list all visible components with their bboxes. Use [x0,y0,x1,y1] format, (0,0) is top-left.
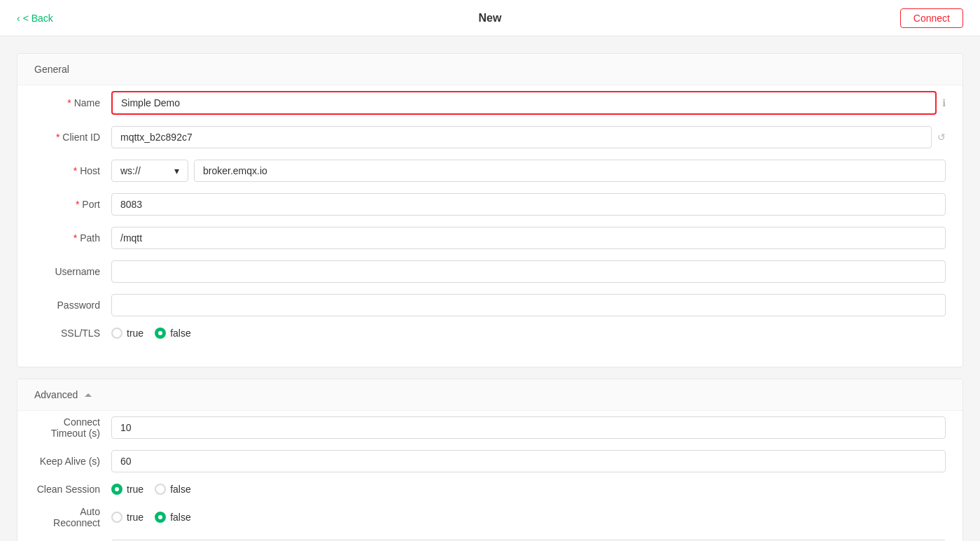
ssl-tls-false-radio[interactable] [155,328,166,339]
port-input[interactable] [111,193,946,216]
path-input[interactable] [111,227,946,249]
auto-reconnect-label: Auto Reconnect [34,506,111,528]
host-row: Host ws:// ▾ [34,160,946,182]
clean-session-false-label: false [170,484,191,495]
name-control: ℹ [111,91,946,115]
client-id-row: Client ID ↺ [34,126,946,148]
main-content: General Name ℹ Client ID ↺ [0,36,980,541]
ssl-tls-true-radio[interactable] [111,328,122,339]
host-row-inner: ws:// ▾ [111,160,946,182]
client-id-control: ↺ [111,126,946,148]
ssl-tls-radio-group: true false [111,328,191,339]
keep-alive-label: Keep Alive (s) [34,456,111,467]
ssl-tls-false-label: false [170,328,191,339]
ssl-tls-true-option[interactable]: true [111,328,144,339]
username-input[interactable] [111,260,946,283]
page-title: New [479,12,502,24]
name-label: Name [34,97,111,108]
header: ‹ < Back New Connect [0,0,980,36]
general-section: General Name ℹ Client ID ↺ [17,53,963,367]
back-button[interactable]: ‹ < Back [17,13,53,24]
back-arrow-icon: ‹ [17,13,20,24]
auto-reconnect-true-label: true [127,512,144,523]
clean-session-true-radio[interactable] [111,484,122,495]
client-id-label: Client ID [34,132,111,143]
refresh-icon[interactable]: ↺ [937,132,946,143]
client-id-input[interactable] [111,126,932,148]
password-input[interactable] [111,294,946,316]
connect-timeout-control [111,416,946,439]
ssl-tls-label: SSL/TLS [34,328,111,339]
name-input[interactable] [111,91,937,115]
username-control [111,260,946,283]
auto-reconnect-row: Auto Reconnect true false [34,506,946,528]
path-label: Path [34,232,111,244]
clean-session-false-radio[interactable] [155,484,166,495]
name-row: Name ℹ [34,91,946,115]
ssl-tls-row: SSL/TLS true false [34,328,946,339]
ssl-tls-control: true false [111,328,946,339]
path-control [111,227,946,249]
info-icon: ℹ [942,97,946,108]
hostname-input[interactable] [194,160,946,182]
auto-reconnect-control: true false [111,512,946,523]
general-section-body: Name ℹ Client ID ↺ Host [18,85,962,367]
connect-timeout-label: Connect Timeout (s) [34,416,111,439]
advanced-section-body: Connect Timeout (s) Keep Alive (s) Clean… [18,411,962,541]
ssl-tls-true-label: true [127,328,144,339]
port-label: Port [34,199,111,210]
keep-alive-control [111,450,946,472]
clean-session-label: Clean Session [34,484,111,495]
general-section-header: General [18,54,962,85]
host-control: ws:// ▾ [111,160,946,182]
clean-session-true-option[interactable]: true [111,484,144,495]
port-row: Port [34,193,946,216]
advanced-section-header[interactable]: Advanced [18,379,962,411]
port-control [111,193,946,216]
username-row: Username [34,260,946,283]
advanced-title: Advanced [34,389,78,400]
name-input-wrapper: ℹ [111,91,946,115]
auto-reconnect-false-option[interactable]: false [155,512,191,523]
path-row: Path [34,227,946,249]
keep-alive-row: Keep Alive (s) [34,450,946,472]
host-label: Host [34,165,111,176]
ssl-tls-false-option[interactable]: false [155,328,191,339]
password-control [111,294,946,316]
general-title: General [34,64,69,75]
auto-reconnect-false-label: false [170,512,191,523]
password-row: Password [34,294,946,316]
protocol-chevron-icon: ▾ [174,165,179,176]
auto-reconnect-true-radio[interactable] [111,512,122,523]
protocol-select[interactable]: ws:// ▾ [111,160,188,182]
keep-alive-input[interactable] [111,450,946,472]
auto-reconnect-radio-group: true false [111,512,191,523]
back-label: < Back [23,13,53,24]
clean-session-false-option[interactable]: false [155,484,191,495]
connect-timeout-input[interactable] [111,416,946,439]
clean-session-control: true false [111,484,946,495]
username-label: Username [34,266,111,277]
auto-reconnect-true-option[interactable]: true [111,512,144,523]
clean-session-row: Clean Session true false [34,484,946,495]
clean-session-true-label: true [127,484,144,495]
advanced-section: Advanced Connect Timeout (s) Keep Alive … [17,379,963,541]
connect-timeout-row: Connect Timeout (s) [34,416,946,439]
advanced-chevron-up-icon [85,393,92,397]
clean-session-radio-group: true false [111,484,191,495]
password-label: Password [34,300,111,311]
auto-reconnect-false-radio[interactable] [155,512,166,523]
connect-button[interactable]: Connect [900,8,963,28]
protocol-value: ws:// [120,165,141,176]
